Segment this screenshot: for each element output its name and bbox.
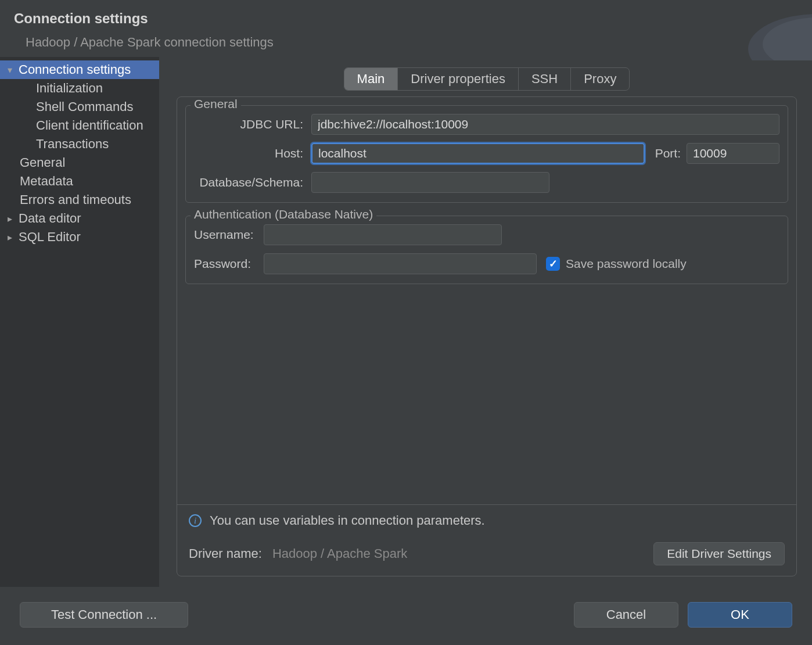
save-password-label: Save password locally <box>566 257 687 271</box>
tree-item-connection-settings[interactable]: Connection settings <box>0 60 159 79</box>
settings-tree: Connection settings Initialization Shell… <box>0 57 159 587</box>
tab-ssh[interactable]: SSH <box>519 68 571 90</box>
driver-name-value: Hadoop / Apache Spark <box>272 546 407 561</box>
tab-proxy[interactable]: Proxy <box>571 68 629 90</box>
tab-main[interactable]: Main <box>344 68 398 90</box>
tree-item-shell-commands[interactable]: Shell Commands <box>0 98 159 116</box>
tree-item-label: Data editor <box>19 211 81 226</box>
chevron-right-icon[interactable] <box>5 213 15 224</box>
fieldset-legend: Authentication (Database Native) <box>191 207 376 221</box>
tree-item-label: Client identification <box>36 118 143 133</box>
tree-item-data-editor[interactable]: Data editor <box>0 209 159 228</box>
dialog-subtitle: Hadoop / Apache Spark connection setting… <box>14 35 798 50</box>
fieldset-general: General JDBC URL: Host: Port: Database/S… <box>185 105 788 203</box>
jdbc-url-input[interactable] <box>311 114 779 135</box>
jdbc-url-label: JDBC URL: <box>194 117 311 131</box>
tree-item-label: Shell Commands <box>36 99 134 114</box>
tree-item-label: General <box>20 155 65 170</box>
cancel-button[interactable]: Cancel <box>574 602 678 628</box>
port-label: Port: <box>645 146 687 160</box>
tree-item-transactions[interactable]: Transactions <box>0 135 159 153</box>
tree-item-label: Metadata <box>20 174 73 189</box>
username-input[interactable] <box>264 224 502 245</box>
tree-item-client-identification[interactable]: Client identification <box>0 116 159 135</box>
password-label: Password: <box>194 257 264 271</box>
tree-item-label: Initialization <box>36 81 103 96</box>
port-input[interactable] <box>687 143 779 164</box>
tree-item-initialization[interactable]: Initialization <box>0 79 159 98</box>
host-label: Host: <box>194 146 311 160</box>
username-label: Username: <box>194 228 264 242</box>
info-row: i You can use variables in connection pa… <box>177 504 796 535</box>
tree-item-label: Transactions <box>36 137 109 152</box>
dialog-header: Connection settings Hadoop / Apache Spar… <box>0 0 812 57</box>
password-input[interactable] <box>264 253 537 274</box>
fieldset-legend: General <box>191 97 241 111</box>
tree-item-label: Errors and timeouts <box>20 192 131 207</box>
tree-item-sql-editor[interactable]: SQL Editor <box>0 228 159 246</box>
dialog-footer: Test Connection ... Cancel OK <box>0 587 812 645</box>
tree-item-errors-timeouts[interactable]: Errors and timeouts <box>0 191 159 209</box>
chevron-down-icon[interactable] <box>5 64 15 76</box>
test-connection-button[interactable]: Test Connection ... <box>20 602 188 628</box>
save-password-checkbox[interactable] <box>546 257 560 271</box>
host-input[interactable] <box>311 143 645 164</box>
edit-driver-settings-button[interactable]: Edit Driver Settings <box>653 542 785 565</box>
info-icon: i <box>189 514 202 527</box>
info-text: You can use variables in connection para… <box>210 513 485 528</box>
tree-item-label: SQL Editor <box>19 230 81 245</box>
tab-driver-properties[interactable]: Driver properties <box>398 68 519 90</box>
database-schema-input[interactable] <box>311 172 549 193</box>
chevron-right-icon[interactable] <box>5 232 15 243</box>
dialog-title: Connection settings <box>14 10 798 27</box>
fieldset-authentication: Authentication (Database Native) Usernam… <box>185 216 788 284</box>
tree-item-metadata[interactable]: Metadata <box>0 172 159 191</box>
database-schema-label: Database/Schema: <box>194 175 311 189</box>
tree-item-label: Connection settings <box>19 62 131 77</box>
tab-bar: Main Driver properties SSH Proxy <box>177 67 797 91</box>
main-panel: General JDBC URL: Host: Port: Database/S… <box>177 96 797 576</box>
driver-name-label: Driver name: <box>189 546 262 561</box>
ok-button[interactable]: OK <box>688 602 792 628</box>
tree-item-general[interactable]: General <box>0 153 159 172</box>
